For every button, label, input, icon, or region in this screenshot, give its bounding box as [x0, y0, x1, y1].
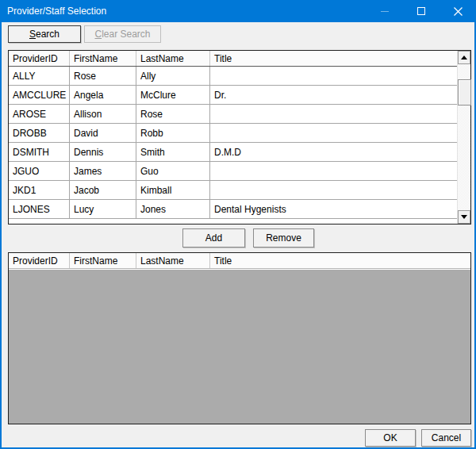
selected-providers-table: ProviderID FirstName LastName Title [8, 252, 471, 424]
selection-table-header: ProviderID FirstName LastName Title [9, 253, 470, 269]
cell-providerid[interactable]: AMCCLURE [9, 86, 70, 104]
table-row[interactable]: JGUO James Guo [9, 162, 457, 181]
maximize-button[interactable] [403, 0, 440, 22]
vertical-scrollbar[interactable] [457, 51, 470, 224]
cell-providerid[interactable]: LJONES [9, 200, 70, 218]
cell-title[interactable]: Dr. [210, 86, 457, 104]
provider-staff-selection-dialog: Provider/Staff Selection Search Clear Se… [0, 0, 476, 449]
cell-title[interactable] [210, 162, 457, 180]
table-row[interactable]: DSMITH Dennis Smith D.M.D [9, 143, 457, 162]
cell-providerid[interactable]: DROBB [9, 124, 70, 142]
column-header-providerid[interactable]: ProviderID [9, 253, 70, 268]
cell-title[interactable] [210, 124, 457, 142]
column-header-title[interactable]: Title [210, 51, 457, 66]
column-header-firstname[interactable]: FirstName [70, 51, 136, 66]
column-header-firstname[interactable]: FirstName [70, 253, 136, 268]
column-header-title[interactable]: Title [210, 253, 470, 268]
window-controls [367, 0, 476, 22]
table-row[interactable]: AMCCLURE Angela McClure Dr. [9, 86, 457, 105]
cell-lastname[interactable]: Jones [136, 200, 210, 218]
cell-title[interactable]: D.M.D [210, 143, 457, 161]
titlebar: Provider/Staff Selection [0, 0, 476, 22]
table-row[interactable]: DROBB David Robb [9, 124, 457, 143]
cell-title[interactable] [210, 105, 457, 123]
column-header-providerid[interactable]: ProviderID [9, 51, 70, 66]
cell-lastname[interactable]: Kimball [136, 181, 210, 199]
cell-title[interactable] [210, 181, 457, 199]
cell-firstname[interactable]: Lucy [70, 200, 136, 218]
cell-providerid[interactable]: JGUO [9, 162, 70, 180]
cell-providerid[interactable]: AROSE [9, 105, 70, 123]
cell-title[interactable]: Dental Hygenists [210, 200, 457, 218]
cell-lastname[interactable]: Guo [136, 162, 210, 180]
provider-table-rows: ALLY Rose Ally AMCCLURE Angela McClure D… [9, 67, 457, 224]
provider-results-main: ProviderID FirstName LastName Title ALLY… [9, 51, 457, 224]
table-row[interactable]: JKD1 Jacob Kimball [9, 181, 457, 200]
scrollbar-thumb[interactable] [458, 79, 471, 106]
table-row[interactable]: ALLY Rose Ally [9, 67, 457, 86]
cell-providerid[interactable]: DSMITH [9, 143, 70, 161]
window-title: Provider/Staff Selection [0, 6, 367, 17]
selection-table-body [9, 270, 470, 424]
ok-button[interactable]: OK [365, 429, 416, 447]
cell-lastname[interactable]: Rose [136, 105, 210, 123]
cell-providerid[interactable]: ALLY [9, 67, 70, 85]
cell-lastname[interactable]: McClure [136, 86, 210, 104]
cell-lastname[interactable]: Ally [136, 67, 210, 85]
cell-firstname[interactable]: Allison [70, 105, 136, 123]
provider-results-table: ProviderID FirstName LastName Title ALLY… [8, 50, 471, 224]
add-button[interactable]: Add [182, 228, 245, 248]
remove-button[interactable]: Remove [253, 228, 314, 248]
close-icon [454, 7, 463, 16]
cell-lastname[interactable]: Robb [136, 124, 210, 142]
scroll-down-button[interactable] [458, 210, 470, 224]
scroll-up-button[interactable] [458, 51, 470, 64]
cancel-button[interactable]: Cancel [421, 429, 471, 447]
table-row[interactable]: AROSE Allison Rose [9, 105, 457, 124]
scrollbar-track[interactable] [458, 64, 470, 210]
maximize-icon [417, 7, 425, 15]
column-header-lastname[interactable]: LastName [136, 253, 210, 268]
clear-search-button[interactable]: Clear Search [84, 25, 161, 43]
close-button[interactable] [440, 0, 476, 22]
scroll-up-icon [461, 56, 467, 59]
cell-firstname[interactable]: Angela [70, 86, 136, 104]
minimize-icon [381, 11, 389, 12]
scroll-down-icon [461, 215, 467, 219]
cell-firstname[interactable]: James [70, 162, 136, 180]
table-row[interactable]: LJONES Lucy Jones Dental Hygenists [9, 200, 457, 219]
cell-title[interactable] [210, 67, 457, 85]
cell-providerid[interactable]: JKD1 [9, 181, 70, 199]
column-header-lastname[interactable]: LastName [136, 51, 210, 66]
cell-firstname[interactable]: Dennis [70, 143, 136, 161]
minimize-button[interactable] [367, 0, 403, 22]
cell-lastname[interactable]: Smith [136, 143, 210, 161]
cell-firstname[interactable]: David [70, 124, 136, 142]
cell-firstname[interactable]: Rose [70, 67, 136, 85]
cell-firstname[interactable]: Jacob [70, 181, 136, 199]
provider-table-header: ProviderID FirstName LastName Title [9, 51, 457, 67]
search-button[interactable]: Search [8, 25, 81, 43]
